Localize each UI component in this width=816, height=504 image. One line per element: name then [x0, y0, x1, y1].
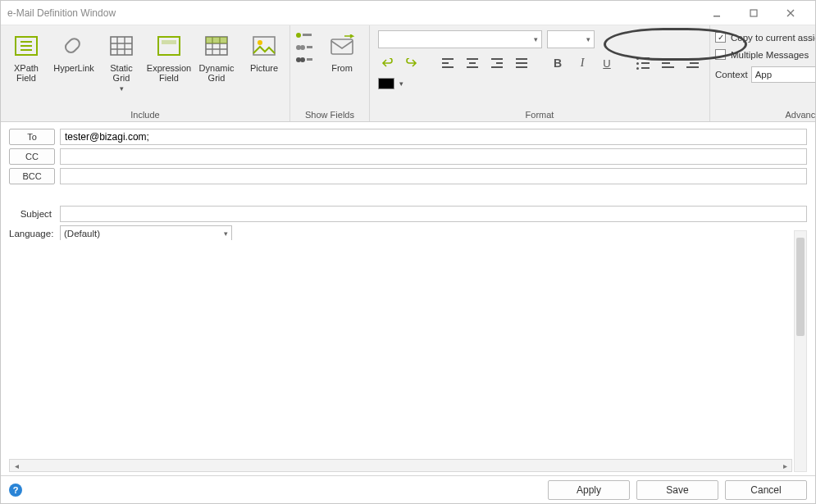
- bcc-button[interactable]: BCC: [9, 168, 55, 184]
- context-combo[interactable]: App ▾: [751, 66, 816, 83]
- svg-point-16: [300, 57, 305, 62]
- save-button[interactable]: Save: [636, 480, 718, 500]
- picture-icon: [249, 32, 279, 60]
- align-justify-button[interactable]: [513, 55, 531, 71]
- ribbon-group-include: XPath Field HyperLink Static Grid ▾ Exp: [1, 25, 290, 121]
- email-body-editor[interactable]: [9, 240, 792, 464]
- underline-button[interactable]: U: [598, 55, 616, 71]
- picture-button[interactable]: Picture: [244, 29, 285, 76]
- from-label: From: [331, 63, 353, 73]
- font-size-combo[interactable]: ▾: [547, 30, 595, 48]
- ribbon-group-showfields: From Show Fields: [290, 25, 370, 121]
- horizontal-scrollbar[interactable]: ◂ ▸: [9, 459, 792, 472]
- cancel-button[interactable]: Cancel: [725, 480, 807, 500]
- svg-rect-0: [713, 16, 720, 17]
- align-center-button[interactable]: [463, 55, 481, 71]
- undo-button[interactable]: [378, 55, 396, 71]
- window-title: e-Mail Definition Window: [7, 7, 698, 19]
- language-value: (Default): [64, 229, 100, 238]
- apply-button[interactable]: Apply: [548, 480, 630, 500]
- svg-rect-1: [750, 10, 757, 16]
- font-color-swatch[interactable]: [378, 78, 394, 89]
- hyperlink-button[interactable]: HyperLink: [53, 29, 94, 76]
- bullet-list-button[interactable]: [634, 55, 652, 71]
- subject-input[interactable]: [60, 206, 807, 222]
- chevron-down-icon: ▾: [534, 35, 538, 43]
- from-button[interactable]: From: [320, 29, 364, 76]
- dynamic-grid-icon: [202, 32, 231, 60]
- language-select[interactable]: (Default) ▾: [60, 225, 232, 242]
- to-button[interactable]: To: [9, 129, 55, 145]
- static-grid-label: Static Grid: [110, 63, 133, 83]
- bold-button[interactable]: B: [549, 55, 567, 71]
- expression-field-button[interactable]: Expression Field: [148, 29, 189, 86]
- cc-input[interactable]: [60, 148, 807, 165]
- multiple-messages-row[interactable]: Multiple Messages: [715, 49, 809, 60]
- ribbon-group-showfields-label: Show Fields: [295, 108, 364, 120]
- multiple-messages-label: Multiple Messages: [731, 50, 809, 60]
- svg-rect-7: [206, 37, 227, 43]
- window-controls: [698, 2, 809, 25]
- xpath-field-button[interactable]: XPath Field: [6, 29, 47, 86]
- ribbon-group-format: ▾ ▾ B I U: [370, 25, 710, 121]
- ribbon-group-advanced-label: Advanced: [715, 108, 816, 120]
- language-label: Language:: [9, 229, 55, 238]
- to-toggle-icon[interactable]: [295, 30, 313, 40]
- font-color-dropdown[interactable]: ▾: [398, 78, 405, 89]
- minimize-button[interactable]: [698, 2, 735, 25]
- chevron-down-icon: ▾: [586, 35, 590, 43]
- dynamic-grid-button[interactable]: Dynamic Grid: [196, 29, 237, 86]
- scroll-thumb[interactable]: [796, 238, 805, 336]
- cc-button[interactable]: CC: [9, 148, 55, 165]
- vertical-scrollbar[interactable]: [794, 230, 807, 472]
- xpath-field-label: XPath Field: [14, 63, 39, 83]
- context-label: Context: [715, 70, 748, 79]
- scroll-left-arrow[interactable]: ◂: [11, 460, 22, 471]
- svg-point-10: [296, 33, 301, 38]
- ribbon: XPath Field HyperLink Static Grid ▾ Exp: [1, 25, 815, 122]
- align-left-button[interactable]: [439, 55, 457, 71]
- dynamic-grid-label: Dynamic Grid: [199, 63, 235, 83]
- close-button[interactable]: [772, 2, 809, 25]
- ribbon-group-include-label: Include: [6, 108, 285, 120]
- svg-point-9: [258, 40, 262, 45]
- maximize-button[interactable]: [735, 2, 772, 25]
- expression-field-icon: [154, 32, 184, 60]
- svg-rect-18: [331, 39, 353, 54]
- svg-point-13: [300, 45, 305, 50]
- subject-label: Subject: [9, 209, 55, 219]
- svg-rect-14: [307, 46, 312, 48]
- copy-to-assignee-checkbox[interactable]: ✓: [715, 32, 726, 43]
- font-family-combo[interactable]: ▾: [378, 30, 542, 48]
- chevron-down-icon: ▾: [224, 229, 228, 238]
- hyperlink-icon: [59, 32, 89, 60]
- cc-toggle-icon[interactable]: [295, 43, 313, 52]
- xpath-field-icon: [11, 32, 41, 60]
- static-grid-icon: [107, 32, 136, 60]
- svg-rect-5: [162, 40, 176, 44]
- ribbon-group-format-label: Format: [375, 108, 704, 120]
- help-icon[interactable]: ?: [9, 484, 22, 497]
- svg-rect-8: [253, 37, 275, 55]
- to-input[interactable]: [60, 129, 807, 145]
- redo-button[interactable]: [403, 55, 421, 71]
- multiple-messages-checkbox[interactable]: [715, 49, 726, 60]
- copy-to-assignee-row[interactable]: ✓ Copy to current assignee: [715, 32, 816, 43]
- context-value: App: [755, 70, 772, 79]
- decrease-indent-button[interactable]: [659, 55, 677, 71]
- copy-to-assignee-label: Copy to current assignee: [731, 33, 816, 43]
- static-grid-button[interactable]: Static Grid ▾: [101, 29, 142, 96]
- bcc-toggle-icon[interactable]: [295, 55, 313, 65]
- bcc-input[interactable]: [60, 168, 807, 184]
- header-fields: To CC BCC Subject Language: (Default) ▾: [1, 122, 815, 245]
- align-right-button[interactable]: [488, 55, 506, 71]
- footer: ? Apply Save Cancel: [1, 475, 815, 503]
- italic-button[interactable]: I: [573, 55, 591, 71]
- increase-indent-button[interactable]: [683, 55, 701, 71]
- titlebar: e-Mail Definition Window: [1, 1, 815, 25]
- svg-rect-17: [307, 58, 312, 61]
- picture-label: Picture: [250, 63, 278, 73]
- scroll-right-arrow[interactable]: ▸: [779, 460, 791, 471]
- static-grid-dropdown-icon: ▾: [120, 84, 124, 93]
- hyperlink-label: HyperLink: [53, 63, 94, 73]
